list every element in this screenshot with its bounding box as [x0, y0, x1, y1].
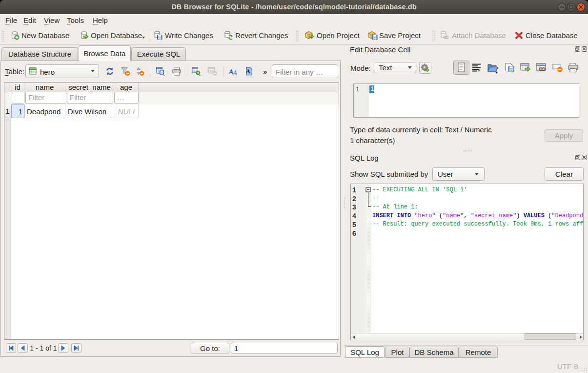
svg-text:A: A [246, 68, 250, 75]
svg-text:A: A [232, 69, 238, 77]
